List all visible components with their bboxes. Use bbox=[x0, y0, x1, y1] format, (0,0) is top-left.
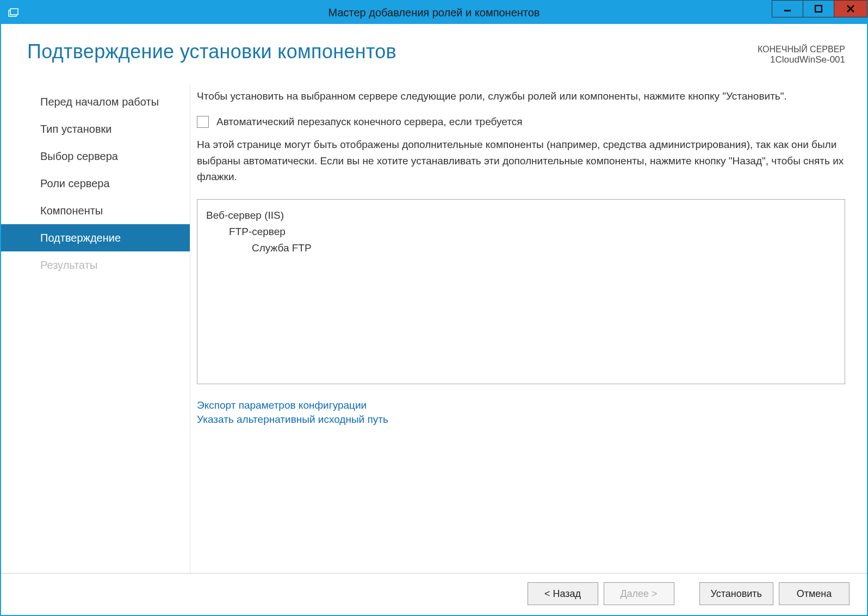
window-title: Мастер добавления ролей и компонентов bbox=[328, 7, 540, 19]
window-controls bbox=[772, 1, 867, 24]
titlebar: Мастер добавления ролей и компонентов bbox=[1, 1, 867, 24]
destination-server-block: КОНЕЧНЫЙ СЕРВЕР 1CloudWinSe-001 bbox=[758, 40, 845, 65]
tree-item-iis: Веб-сервер (IIS) bbox=[206, 207, 836, 224]
header: Подтверждение установки компонентов КОНЕ… bbox=[1, 24, 867, 71]
svg-rect-2 bbox=[784, 10, 791, 11]
sidebar-item-results: Результаты bbox=[1, 251, 190, 279]
sidebar-item-installation-type[interactable]: Тип установки bbox=[1, 115, 190, 143]
page-title: Подтверждение установки компонентов bbox=[27, 40, 396, 63]
links-area: Экспорт параметров конфигурации Указать … bbox=[197, 399, 845, 428]
app-icon bbox=[7, 6, 20, 19]
cancel-button[interactable]: Отмена bbox=[779, 582, 850, 605]
svg-rect-1 bbox=[10, 9, 18, 15]
sidebar-item-confirmation[interactable]: Подтверждение bbox=[1, 224, 190, 251]
export-config-link[interactable]: Экспорт параметров конфигурации bbox=[197, 399, 845, 411]
destination-server-name: 1CloudWinSe-001 bbox=[758, 54, 845, 65]
wizard-window: Мастер добавления ролей и компонентов По… bbox=[0, 0, 868, 616]
back-button[interactable]: < Назад bbox=[528, 582, 598, 605]
tree-item-ftp-server: FTP-сервер bbox=[206, 224, 836, 240]
selections-tree[interactable]: Веб-сервер (IIS) FTP-сервер Служба FTP bbox=[197, 199, 845, 384]
sidebar: Перед началом работы Тип установки Выбор… bbox=[1, 84, 190, 573]
install-button[interactable]: Установить bbox=[699, 582, 773, 605]
svg-rect-3 bbox=[815, 5, 822, 12]
sidebar-item-server-roles[interactable]: Роли сервера bbox=[1, 170, 190, 197]
auto-restart-label: Автоматический перезапуск конечного серв… bbox=[216, 116, 522, 128]
auto-restart-checkbox[interactable] bbox=[197, 116, 209, 128]
auto-restart-row: Автоматический перезапуск конечного серв… bbox=[197, 116, 845, 128]
alt-source-path-link[interactable]: Указать альтернативный исходный путь bbox=[197, 414, 845, 426]
sidebar-item-features[interactable]: Компоненты bbox=[1, 197, 190, 224]
main-content: Чтобы установить на выбранном сервере сл… bbox=[190, 84, 867, 573]
footer: < Назад Далее > Установить Отмена bbox=[1, 573, 867, 615]
intro-text: Чтобы установить на выбранном сервере сл… bbox=[197, 88, 845, 104]
sidebar-item-before-you-begin[interactable]: Перед началом работы bbox=[1, 88, 190, 115]
next-button: Далее > bbox=[604, 582, 674, 605]
close-button[interactable] bbox=[834, 0, 867, 17]
tree-item-ftp-service: Служба FTP bbox=[206, 240, 836, 256]
maximize-button[interactable] bbox=[803, 0, 834, 17]
body: Перед началом работы Тип установки Выбор… bbox=[1, 71, 867, 573]
minimize-button[interactable] bbox=[772, 0, 803, 17]
sidebar-item-server-selection[interactable]: Выбор сервера bbox=[1, 143, 190, 170]
destination-server-label: КОНЕЧНЫЙ СЕРВЕР bbox=[758, 45, 845, 54]
note-text: На этой странице могут быть отображены д… bbox=[197, 137, 845, 184]
